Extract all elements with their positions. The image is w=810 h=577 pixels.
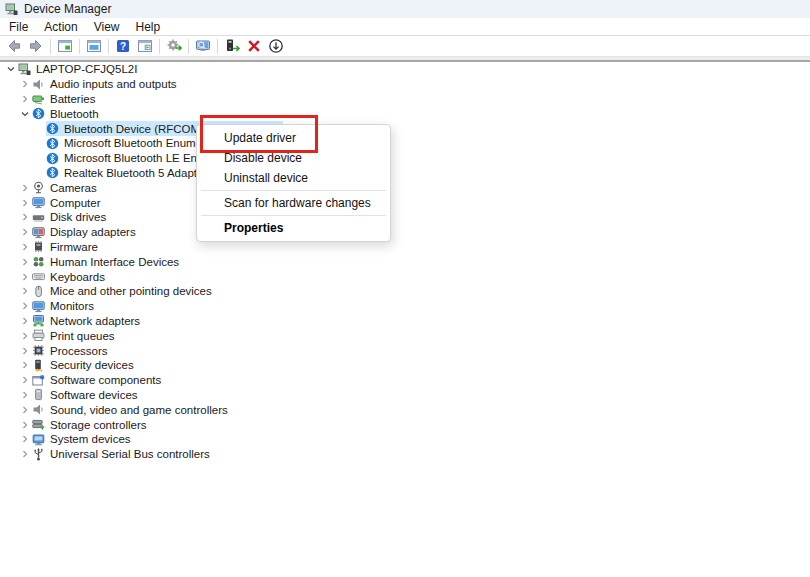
- tree-item-sound-video-and-game-controllers[interactable]: Sound, video and game controllers: [0, 402, 810, 417]
- tree-item-label: Bluetooth: [50, 107, 99, 121]
- toolbar: ?: [0, 36, 810, 56]
- chevron-collapsed-icon[interactable]: [18, 388, 32, 402]
- scan-hardware-icon[interactable]: [163, 37, 185, 56]
- menu-action[interactable]: Action: [36, 18, 85, 35]
- tree-item-audio-inputs-and-outputs[interactable]: Audio inputs and outputs: [0, 77, 810, 92]
- chevron-collapsed-icon[interactable]: [18, 181, 32, 195]
- tree-item-firmware[interactable]: Firmware: [0, 240, 810, 255]
- chevron-collapsed-icon[interactable]: [18, 225, 32, 239]
- context-menu-item-uninstall-device[interactable]: Uninstall device: [197, 168, 390, 188]
- chevron-collapsed-icon[interactable]: [18, 196, 32, 210]
- tree-item-content: Software devices: [32, 388, 141, 402]
- chevron-collapsed-icon[interactable]: [18, 255, 32, 269]
- chevron-collapsed-icon[interactable]: [18, 344, 32, 358]
- chevron-collapsed-icon[interactable]: [18, 432, 32, 446]
- console-tree-icon[interactable]: [54, 37, 76, 56]
- tree-item-label: Universal Serial Bus controllers: [50, 447, 210, 461]
- chevron-none: [32, 151, 46, 165]
- tree-item-network-adapters[interactable]: Network adapters: [0, 314, 810, 329]
- tree-item-software-devices[interactable]: Software devices: [0, 388, 810, 403]
- chevron-collapsed-icon[interactable]: [18, 358, 32, 372]
- help-icon[interactable]: ?: [112, 37, 134, 56]
- toolbar-separator: [217, 39, 218, 54]
- tree-item-monitors[interactable]: Monitors: [0, 299, 810, 314]
- chevron-collapsed-icon[interactable]: [18, 373, 32, 387]
- tree-item-print-queues[interactable]: Print queues: [0, 328, 810, 343]
- tree-item-content: Realtek Bluetooth 5 Adapter: [46, 166, 210, 180]
- chevron-expanded-icon[interactable]: [4, 62, 18, 76]
- tree-item-content: Audio inputs and outputs: [32, 77, 180, 91]
- tree-item-cameras[interactable]: Cameras: [0, 180, 810, 195]
- storage-icon: [32, 418, 45, 431]
- menu-help[interactable]: Help: [128, 18, 169, 35]
- properties-icon[interactable]: [83, 37, 105, 56]
- chevron-collapsed-icon[interactable]: [18, 210, 32, 224]
- tree-item-computer[interactable]: Computer: [0, 195, 810, 210]
- update-driver-icon[interactable]: [221, 37, 243, 56]
- firmware-icon: [32, 240, 45, 253]
- tree-item-label: Print queues: [50, 329, 115, 343]
- uninstall-device-icon[interactable]: [243, 37, 265, 56]
- chevron-expanded-icon[interactable]: [18, 107, 32, 121]
- tree-item-content: Cameras: [32, 181, 100, 195]
- tree-item-system-devices[interactable]: System devices: [0, 432, 810, 447]
- bluetooth-icon: [46, 122, 59, 135]
- tree-item-bluetooth[interactable]: Bluetooth: [0, 106, 810, 121]
- tree-item-security-devices[interactable]: Security devices: [0, 358, 810, 373]
- tree-item-label: Computer: [50, 196, 101, 210]
- context-menu-item-disable-device[interactable]: Disable device: [197, 148, 390, 168]
- back-icon[interactable]: [3, 37, 25, 56]
- chevron-collapsed-icon[interactable]: [18, 92, 32, 106]
- menu-file[interactable]: File: [1, 18, 36, 35]
- tree-item-laptop-cfjq5l2i[interactable]: LAPTOP-CFJQ5L2I: [0, 62, 810, 77]
- action-pane-icon[interactable]: [134, 37, 156, 56]
- chevron-collapsed-icon[interactable]: [18, 447, 32, 461]
- tree-item-batteries[interactable]: Batteries: [0, 92, 810, 107]
- monitor-icon: [32, 300, 45, 313]
- tree-item-label: Software components: [50, 373, 161, 387]
- context-menu-item-scan-for-hardware-changes[interactable]: Scan for hardware changes: [197, 193, 390, 213]
- chevron-collapsed-icon[interactable]: [18, 329, 32, 343]
- tree-item-label: Human Interface Devices: [50, 255, 179, 269]
- bluetooth-icon: [46, 152, 59, 165]
- chevron-collapsed-icon[interactable]: [18, 270, 32, 284]
- chevron-collapsed-icon[interactable]: [18, 284, 32, 298]
- tree-item-keyboards[interactable]: Keyboards: [0, 269, 810, 284]
- usb-icon: [32, 448, 45, 461]
- chevron-collapsed-icon[interactable]: [18, 418, 32, 432]
- search-computer-icon[interactable]: [192, 37, 214, 56]
- tree-item-label: Display adapters: [50, 225, 136, 239]
- printer-icon: [32, 329, 45, 342]
- tree-item-bluetooth-device-rfcomm-protocol-tdi[interactable]: Bluetooth Device (RFCOMM Protocol TDI): [0, 121, 810, 136]
- context-menu-item-update-driver[interactable]: Update driver: [197, 128, 390, 148]
- tree-item-realtek-bluetooth-5-adapter[interactable]: Realtek Bluetooth 5 Adapter: [0, 166, 810, 181]
- tree-item-content: Universal Serial Bus controllers: [32, 447, 213, 461]
- tree-item-label: Disk drives: [50, 210, 106, 224]
- network-icon: [32, 314, 45, 327]
- chevron-collapsed-icon[interactable]: [18, 77, 32, 91]
- tree-item-storage-controllers[interactable]: Storage controllers: [0, 417, 810, 432]
- chevron-none: [32, 166, 46, 180]
- disable-device-icon[interactable]: [265, 37, 287, 56]
- tree-item-universal-serial-bus-controllers[interactable]: Universal Serial Bus controllers: [0, 447, 810, 462]
- tree-item-software-components[interactable]: Software components: [0, 373, 810, 388]
- chevron-collapsed-icon[interactable]: [18, 314, 32, 328]
- chevron-collapsed-icon[interactable]: [18, 403, 32, 417]
- menu-view[interactable]: View: [86, 18, 128, 35]
- tree-item-microsoft-bluetooth-le-enumerator[interactable]: Microsoft Bluetooth LE Enumerator: [0, 151, 810, 166]
- device-manager-icon: [5, 3, 18, 16]
- tree-item-human-interface-devices[interactable]: Human Interface Devices: [0, 254, 810, 269]
- tree-item-processors[interactable]: Processors: [0, 343, 810, 358]
- tree-item-label: Keyboards: [50, 270, 105, 284]
- chevron-collapsed-icon[interactable]: [18, 240, 32, 254]
- tree-item-label: Storage controllers: [50, 418, 147, 432]
- tree-item-mice-and-other-pointing-devices[interactable]: Mice and other pointing devices: [0, 284, 810, 299]
- tree-item-content: Storage controllers: [32, 417, 150, 431]
- forward-icon[interactable]: [25, 37, 47, 56]
- context-menu-item-properties[interactable]: Properties: [197, 218, 390, 238]
- tree-item-disk-drives[interactable]: Disk drives: [0, 210, 810, 225]
- chevron-collapsed-icon[interactable]: [18, 299, 32, 313]
- tree-item-display-adapters[interactable]: Display adapters: [0, 225, 810, 240]
- tree-item-label: Sound, video and game controllers: [50, 403, 228, 417]
- tree-item-microsoft-bluetooth-enumerator[interactable]: Microsoft Bluetooth Enumerator: [0, 136, 810, 151]
